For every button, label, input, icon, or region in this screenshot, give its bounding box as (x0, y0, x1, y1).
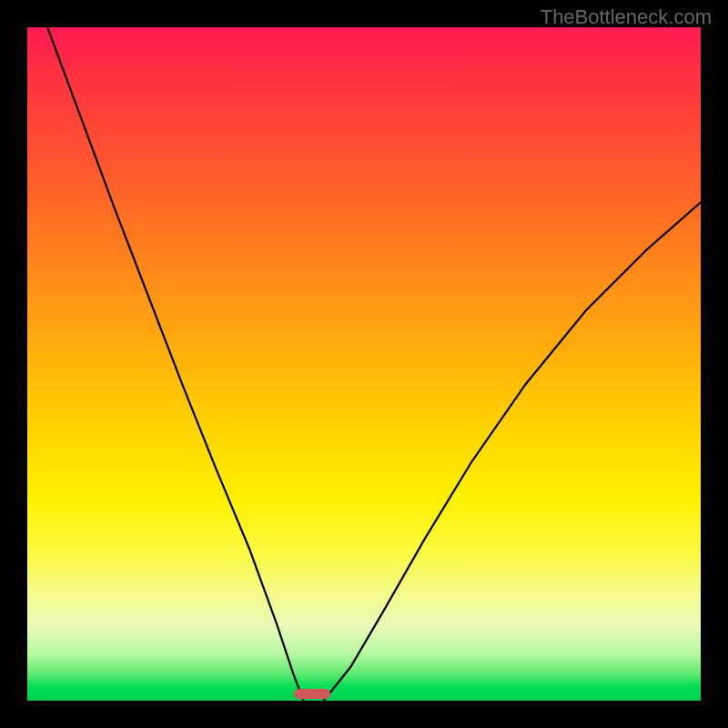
curve-left (47, 27, 303, 701)
plot-area (27, 27, 701, 701)
curve-right (324, 202, 701, 701)
chart-container: TheBottleneck.com (0, 0, 728, 728)
curves-svg (27, 27, 701, 701)
watermark-text: TheBottleneck.com (541, 5, 712, 29)
bottleneck-marker (294, 689, 331, 698)
